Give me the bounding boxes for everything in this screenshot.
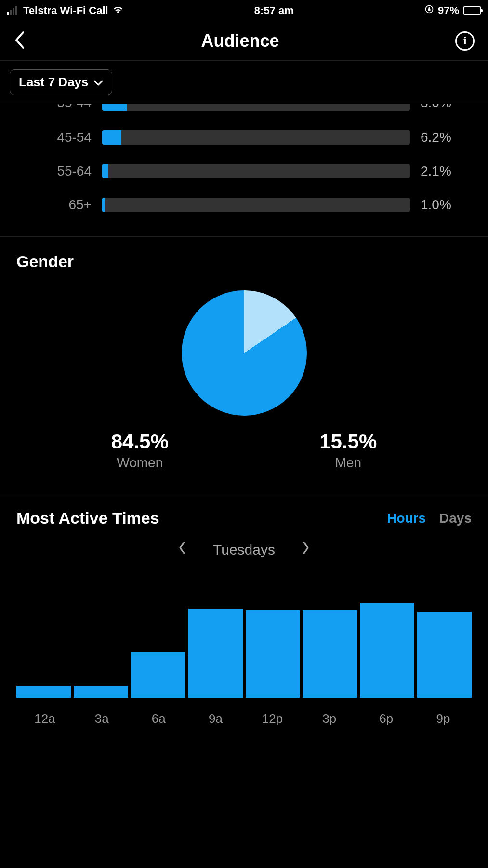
- bar-column: [74, 686, 128, 698]
- bar-x-label: 9p: [415, 705, 472, 726]
- date-range-label: Last 7 Days: [19, 75, 89, 90]
- active-times-bar-chart: [16, 577, 472, 698]
- bar-x-label: 12p: [244, 705, 301, 726]
- age-range-bar: [102, 130, 410, 145]
- nav-header: Audience i: [0, 21, 488, 61]
- gender-pie-chart: [182, 290, 307, 416]
- active-times-x-labels: 12a3a6a9a12p3p6p9p: [16, 698, 472, 726]
- date-range-dropdown[interactable]: Last 7 Days: [10, 69, 112, 95]
- wifi-icon: [112, 3, 124, 18]
- bar-x-label: 6p: [358, 705, 415, 726]
- age-range-pct: 8.0%: [421, 104, 469, 110]
- tab-days[interactable]: Days: [439, 511, 472, 526]
- gender-stat-women: 84.5% Women: [111, 430, 169, 471]
- bar-x-label: 3a: [73, 705, 130, 726]
- status-bar: Telstra Wi-Fi Call 8:57 am 97%: [0, 0, 488, 21]
- status-left: Telstra Wi-Fi Call: [7, 3, 124, 18]
- women-pct: 84.5%: [111, 430, 169, 453]
- bar: [74, 686, 128, 698]
- bar: [303, 610, 357, 698]
- bar: [16, 686, 71, 698]
- age-range-label: 65+: [19, 197, 92, 213]
- bar-column: [417, 612, 472, 698]
- gender-section: Gender 84.5% Women 15.5% Men: [0, 237, 488, 495]
- bar: [417, 612, 472, 698]
- bar-x-label: 3p: [301, 705, 358, 726]
- gender-pie-wrap: [16, 271, 472, 430]
- bar-column: [131, 652, 185, 698]
- rotation-lock-icon: [424, 4, 434, 17]
- chevron-down-icon: [93, 75, 103, 90]
- age-range-bar: [102, 198, 410, 212]
- active-times-section: Most Active Times Hours Days Tuesdays 12…: [0, 495, 488, 726]
- age-range-row: 35-448.0%: [19, 104, 469, 121]
- carrier-label: Telstra Wi-Fi Call: [23, 4, 108, 17]
- active-times-header: Most Active Times Hours Days: [16, 509, 472, 528]
- bar: [188, 609, 243, 698]
- filter-row: Last 7 Days: [0, 61, 488, 104]
- age-range-section: 35-448.0%45-546.2%55-642.1%65+1.0%: [0, 104, 488, 237]
- age-range-row: 65+1.0%: [19, 188, 469, 222]
- bar-x-label: 6a: [130, 705, 187, 726]
- status-right: 97%: [424, 4, 481, 17]
- men-pct: 15.5%: [319, 430, 377, 453]
- prev-day-button[interactable]: [178, 541, 186, 558]
- gender-stats: 84.5% Women 15.5% Men: [16, 430, 472, 471]
- age-range-pct: 1.0%: [421, 197, 469, 213]
- women-label: Women: [111, 455, 169, 471]
- age-range-label: 55-64: [19, 163, 92, 179]
- age-range-bar: [102, 164, 410, 178]
- tab-hours[interactable]: Hours: [387, 511, 426, 526]
- selected-day-label: Tuesdays: [213, 542, 275, 558]
- back-button[interactable]: [13, 30, 25, 52]
- bar: [360, 603, 414, 698]
- bar: [131, 652, 185, 698]
- page-title: Audience: [201, 31, 279, 51]
- next-day-button[interactable]: [302, 541, 310, 558]
- bar-x-label: 9a: [187, 705, 244, 726]
- bar-x-label: 12a: [16, 705, 73, 726]
- men-label: Men: [319, 455, 377, 471]
- bar: [246, 610, 300, 698]
- status-time: 8:57 am: [254, 4, 294, 17]
- battery-pct-label: 97%: [438, 4, 459, 17]
- active-times-title: Most Active Times: [16, 509, 159, 528]
- age-range-label: 45-54: [19, 130, 92, 145]
- day-selector: Tuesdays: [16, 528, 472, 577]
- bar-column: [246, 610, 300, 698]
- age-range-row: 45-546.2%: [19, 121, 469, 154]
- info-button[interactable]: i: [455, 31, 475, 51]
- age-range-row: 55-642.1%: [19, 154, 469, 188]
- age-range-label: 35-44: [19, 104, 92, 110]
- hours-days-toggle: Hours Days: [387, 511, 472, 526]
- battery-icon: [463, 6, 481, 15]
- bar-column: [188, 609, 243, 698]
- bar-column: [16, 686, 71, 698]
- age-range-bar: [102, 104, 410, 111]
- bar-column: [360, 603, 414, 698]
- gender-title: Gender: [16, 252, 472, 271]
- cellular-signal-icon: [7, 6, 17, 15]
- gender-stat-men: 15.5% Men: [319, 430, 377, 471]
- bar-column: [303, 610, 357, 698]
- age-range-pct: 6.2%: [421, 130, 469, 145]
- age-range-pct: 2.1%: [421, 163, 469, 179]
